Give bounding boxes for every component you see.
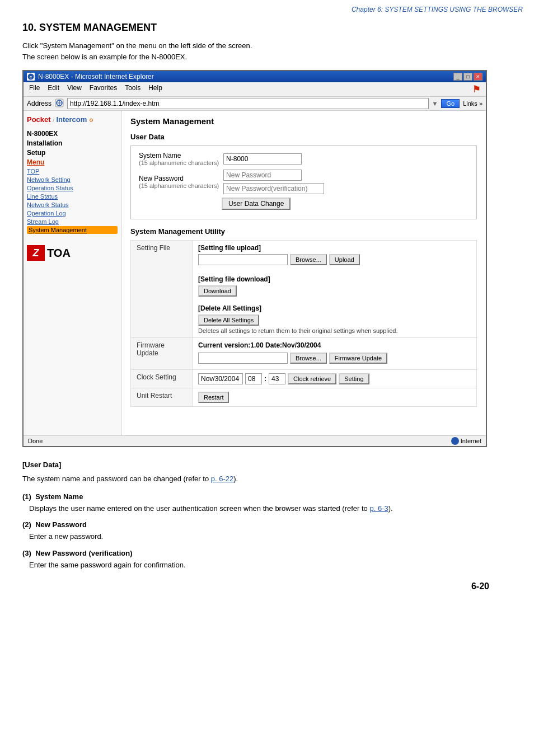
system-management-title: System Management <box>130 116 477 126</box>
firmware-update-button[interactable]: Firmware Update <box>329 353 387 364</box>
unit-restart-label: Unit Restart <box>131 388 193 407</box>
browser-window: e N-8000EX - Microsoft Internet Explorer… <box>22 70 487 447</box>
new-password-sublabel: (15 alphanumeric characters) <box>139 182 219 189</box>
sidebar-item-system-management[interactable]: System Management <box>27 226 118 234</box>
browser-title-text: N-8000EX - Microsoft Internet Explorer <box>38 73 154 81</box>
new-password-label-group: New Password (15 alphanumeric characters… <box>139 175 219 189</box>
new-password-label: New Password <box>139 175 219 182</box>
page-title: 10. SYSTEM MANAGEMENT <box>22 22 512 34</box>
clock-row-inputs: : Clock retrieve Setting <box>198 373 471 384</box>
unit-restart-row: Unit Restart Restart <box>131 388 477 407</box>
upload-browse-button[interactable]: Browse... <box>290 254 327 265</box>
browser-body: Pocket / Intercom ⚙ N-8000EX Installatio… <box>24 111 486 435</box>
sidebar-toa-logo: Z TOA <box>27 245 118 261</box>
browser-title-left: e N-8000EX - Microsoft Internet Explorer <box>27 73 154 81</box>
utility-header: System Management Utility <box>130 227 477 236</box>
page-number: 6-20 <box>22 581 512 591</box>
firmware-browse-button[interactable]: Browse... <box>290 353 327 364</box>
system-name-sublabel: (15 alphanumeric characters) <box>139 159 219 166</box>
restart-button[interactable]: Restart <box>198 392 229 403</box>
sidebar-logo: Pocket / Intercom ⚙ <box>27 115 118 124</box>
menu-favorites[interactable]: Favorites <box>88 83 118 95</box>
clock-min-input[interactable] <box>269 373 285 384</box>
sidebar-item-line-status[interactable]: Line Status <box>27 192 118 200</box>
setting-file-label: Setting File <box>131 241 193 338</box>
menu-file[interactable]: File <box>28 83 41 95</box>
system-name-row: System Name (15 alphanumeric characters) <box>139 152 469 166</box>
sidebar-menu-label: Menu <box>27 158 118 166</box>
go-button[interactable]: Go <box>441 99 460 108</box>
close-button[interactable]: ✕ <box>474 73 483 81</box>
status-text: Done <box>28 438 43 444</box>
menu-view[interactable]: View <box>66 83 83 95</box>
firmware-content: Current version:1.00 Date:Nov/30/2004 Br… <box>193 338 477 370</box>
firmware-upload-row: Browse... Firmware Update <box>198 353 471 364</box>
toa-logo-icon: Z <box>33 247 39 259</box>
system-name-label: System Name <box>139 152 219 159</box>
new-password-verify-input[interactable] <box>223 183 324 194</box>
logo-trademark-icon: ⚙ <box>89 118 93 123</box>
download-label: [Setting file download] <box>198 275 471 283</box>
clock-date-input[interactable] <box>198 373 243 384</box>
minimize-button[interactable]: _ <box>453 73 462 81</box>
sidebar-item-stream-log[interactable]: Stream Log <box>27 218 118 226</box>
menu-help[interactable]: Help <box>147 83 163 95</box>
sidebar-item-operation-log[interactable]: Operation Log <box>27 209 118 217</box>
restore-button[interactable]: □ <box>463 73 472 81</box>
internet-icon <box>451 437 459 445</box>
clock-row: Clock Setting : Clock retrieve Setting <box>131 370 477 388</box>
doc-item-new-password: (2) New Password Enter a new password. <box>22 520 512 542</box>
logo-intercom: Intercom <box>56 115 87 124</box>
browser-icon: e <box>27 73 35 81</box>
clock-retrieve-button[interactable]: Clock retrieve <box>288 373 336 384</box>
browser-controls[interactable]: _ □ ✕ <box>453 73 483 81</box>
menu-edit[interactable]: Edit <box>46 83 60 95</box>
clock-colon-separator: : <box>264 375 266 383</box>
doc-section: [User Data] The system name and password… <box>22 461 512 570</box>
upload-file-input[interactable] <box>198 254 288 265</box>
download-button[interactable]: Download <box>198 285 237 297</box>
delete-all-button[interactable]: Delete All Settings <box>198 314 259 326</box>
upload-label: [Setting file upload] <box>198 244 471 252</box>
clock-hour-input[interactable] <box>245 373 262 384</box>
sidebar-item-network-setting[interactable]: Network Setting <box>27 176 118 184</box>
windows-flag-icon: ⚑ <box>471 83 481 95</box>
setting-file-row: Setting File [Setting file upload] Brows… <box>131 241 477 338</box>
browser-title-bar: e N-8000EX - Microsoft Internet Explorer… <box>24 71 486 82</box>
doc-new-password-verify-title: (3) New Password (verification) <box>22 549 512 557</box>
browser-statusbar: Done Internet <box>24 435 486 446</box>
toa-logo-box: Z <box>27 245 45 261</box>
clock-content: : Clock retrieve Setting <box>193 370 477 388</box>
link-p622[interactable]: p. 6-22 <box>211 475 233 483</box>
doc-new-password-body: Enter a new password. <box>22 531 512 542</box>
internet-label: Internet <box>461 438 481 444</box>
delete-warning-text: Deletes all settings to return them to t… <box>198 327 471 334</box>
address-label: Address <box>27 100 51 107</box>
link-p63[interactable]: p. 6-3 <box>369 504 388 513</box>
new-password-input[interactable] <box>223 170 302 181</box>
links-button[interactable]: Links » <box>463 100 483 107</box>
clock-setting-button[interactable]: Setting <box>339 373 369 384</box>
sidebar-item-operation-status[interactable]: Operation Status <box>27 184 118 192</box>
sidebar-item-top[interactable]: TOP <box>27 167 118 175</box>
sidebar-nav: TOP Network Setting Operation Status Lin… <box>27 167 118 234</box>
firmware-row: Firmware Update Current version:1.00 Dat… <box>131 338 477 370</box>
sidebar-device: N-8000EX Installation Setup <box>27 129 118 157</box>
address-input[interactable] <box>67 98 429 109</box>
user-data-form: System Name (15 alphanumeric characters)… <box>130 145 477 219</box>
doc-user-data-title: [User Data] <box>22 461 512 469</box>
doc-new-password-verify-body: Enter the same password again for confir… <box>22 560 512 571</box>
system-name-input[interactable] <box>223 153 302 165</box>
menu-tools[interactable]: Tools <box>124 83 142 95</box>
doc-item-system-name: (1) System Name Displays the user name e… <box>22 492 512 514</box>
user-data-change-button[interactable]: User Data Change <box>222 198 291 210</box>
doc-system-name-title: (1) System Name <box>22 492 512 501</box>
toa-name: TOA <box>47 247 71 260</box>
firmware-file-input[interactable] <box>198 353 288 364</box>
delete-all-label: [Delete All Settings] <box>198 304 471 312</box>
sidebar-item-network-status[interactable]: Network Status <box>27 201 118 209</box>
page-icon <box>55 98 64 109</box>
clock-label: Clock Setting <box>131 370 193 388</box>
unit-restart-content: Restart <box>193 388 477 407</box>
upload-button[interactable]: Upload <box>329 254 360 265</box>
